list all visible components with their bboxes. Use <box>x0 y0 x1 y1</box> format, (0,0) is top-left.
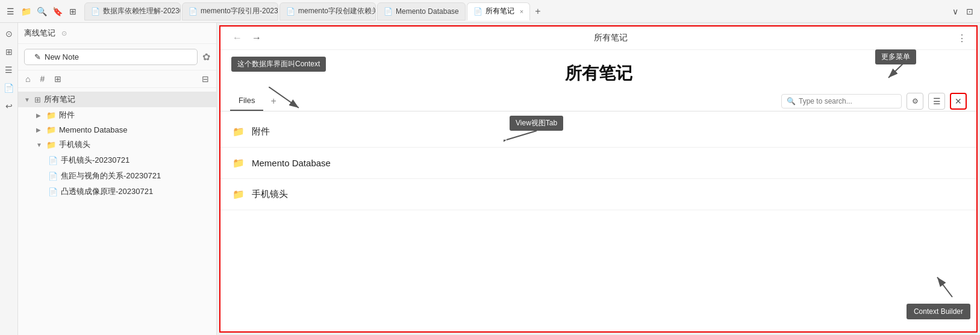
search-input[interactable] <box>799 97 896 105</box>
page-main-title: 所有笔记 <box>220 50 976 91</box>
tree-item-lens-note[interactable]: 📄 凸透镜成像原理-20230721 <box>18 184 216 199</box>
settings-icon[interactable]: ✿ <box>202 51 210 63</box>
tab-file-icon-2: 📄 <box>189 7 198 16</box>
sidebar-toggle-icon[interactable]: ☰ <box>5 6 16 17</box>
tab-5-active[interactable]: 📄 所有笔记 × <box>467 2 530 20</box>
forward-button[interactable]: → <box>249 31 264 45</box>
content-header-title: 所有笔记 <box>269 33 952 43</box>
tab-file-icon-5: 📄 <box>473 7 482 16</box>
sidebar-icon-grid[interactable]: ⊞ <box>5 47 13 57</box>
nav-right-icon[interactable]: ⊟ <box>202 74 209 84</box>
tree-icon-phone-lens: 📁 <box>46 140 56 149</box>
search-magnifier-icon: 🔍 <box>787 97 796 105</box>
sidebar: 离线笔记 ⊙ ✎ New Note ✿ ⌂ # ⊞ ⊟ ▼ ⊞ 所有笔记 <box>18 23 217 335</box>
tree-label-all-notes: 所有笔记 <box>44 94 210 105</box>
tab-bar: ☰ 📁 🔍 🔖 ⊞ 📄 数据库依赖性理解-20230626 📄 memento字… <box>0 0 980 23</box>
folder-icon-memento-db: 📁 <box>233 157 245 169</box>
more-options-button[interactable]: ⋮ <box>957 33 967 44</box>
tab-bar-left-icons: ☰ 📁 🔍 🔖 ⊞ <box>5 6 78 17</box>
offline-notes-label: 离线笔记 <box>24 28 55 39</box>
tree-item-memento-db[interactable]: ▶ 📁 Memento Database <box>18 123 216 137</box>
tab-4[interactable]: 📄 Memento Database <box>377 2 466 20</box>
new-note-button[interactable]: ✎ New Note <box>24 49 198 65</box>
tab-label-1: 数据库依赖性理解-20230626 <box>103 6 181 16</box>
annotation-view-tab-text: View视图Tab <box>516 119 557 127</box>
tab-file-icon-1: 📄 <box>91 7 100 16</box>
tab-label-5: 所有笔记 <box>485 6 514 16</box>
folder-name-memento-db: Memento Database <box>252 158 331 168</box>
tabs-right-area: 🔍 ⚙ ☰ ✕ <box>781 93 967 110</box>
tree-label-note1: 手机镜头-20230721 <box>61 155 210 166</box>
tree-icon-note3: 📄 <box>48 187 58 196</box>
tree-area: ▼ ⊞ 所有笔记 ▶ 📁 附件 ▶ 📁 Memento Database ▼ 📁… <box>18 88 216 335</box>
tab-file-icon-3: 📄 <box>286 7 295 16</box>
list-view-button[interactable]: ☰ <box>928 93 945 110</box>
annotation-more-menu-text: 更多菜单 <box>881 52 910 61</box>
file-item-phone-lens[interactable]: 📁 手机镜头 <box>220 179 976 210</box>
tree-item-phone-lens-note1[interactable]: 📄 手机镜头-20230721 <box>18 152 216 168</box>
folder-icon-attachments: 📁 <box>233 126 245 137</box>
sidebar-icon-undo[interactable]: ↩ <box>5 101 13 111</box>
folder-name-phone-lens: 手机镜头 <box>252 189 288 200</box>
file-item-attachments[interactable]: 📁 附件 <box>220 116 976 148</box>
tab-2[interactable]: 📄 memento字段引用-202306... <box>182 2 278 20</box>
search-icon[interactable]: 🔍 <box>36 6 47 17</box>
tree-item-attachments[interactable]: ▶ 📁 附件 <box>18 107 216 123</box>
tab-list-icon[interactable]: ∨ <box>950 6 961 17</box>
sidebar-icon-home[interactable]: ⊙ <box>5 29 13 39</box>
tab-3[interactable]: 📄 memento字段创建依赖关... <box>279 2 376 20</box>
folder-name-attachments: 附件 <box>252 126 270 137</box>
tab-1[interactable]: 📄 数据库依赖性理解-20230626 <box>84 2 181 20</box>
tab-file-icon-4: 📄 <box>384 7 393 16</box>
tree-expand-memento-db: ▶ <box>36 127 43 133</box>
back-button[interactable]: ← <box>230 31 245 45</box>
annotation-context-builder-text: Context Builder <box>914 307 963 316</box>
tree-expand-attachments: ▶ <box>36 112 43 119</box>
new-tab-button[interactable]: + <box>531 6 544 17</box>
main-layout: ⊙ ⊞ ☰ 📄 ↩ 离线笔记 ⊙ ✎ New Note ✿ ⌂ # ⊞ ⊟ <box>0 23 980 335</box>
tree-label-memento-db: Memento Database <box>59 125 210 134</box>
search-box[interactable]: 🔍 <box>781 94 902 108</box>
sidebar-icon-bar: ⊙ ⊞ ☰ 📄 ↩ <box>0 23 18 335</box>
tree-icon-note1: 📄 <box>48 156 58 165</box>
file-list: 📁 附件 📁 Memento Database 📁 手机镜头 <box>220 111 976 331</box>
split-view-icon[interactable]: ⊡ <box>964 6 975 17</box>
settings-circle-button[interactable]: ⚙ <box>907 93 923 110</box>
sidebar-icon-layers[interactable]: ☰ <box>5 65 13 75</box>
annotation-view-tab: View视图Tab <box>510 116 563 131</box>
sidebar-nav: ⌂ # ⊞ ⊟ <box>18 70 216 88</box>
tree-label-note2: 焦距与视角的关系-20230721 <box>61 171 210 181</box>
new-note-row: ✎ New Note ✿ <box>18 44 216 70</box>
nav-grid-icon[interactable]: ⊞ <box>54 74 61 84</box>
annotation-context-builder: Context Builder <box>907 304 970 319</box>
tree-icon-all: ⊞ <box>34 95 41 104</box>
tab-label-2: memento字段引用-202306... <box>201 6 278 16</box>
bookmark-icon[interactable]: 🔖 <box>52 6 63 17</box>
file-item-memento-db[interactable]: 📁 Memento Database <box>220 148 976 179</box>
tree-icon-memento-db: 📁 <box>46 125 56 134</box>
add-tab-button[interactable]: + <box>266 96 281 107</box>
nav-home-icon[interactable]: ⌂ <box>25 74 30 84</box>
tab-close-5[interactable]: × <box>520 8 523 15</box>
tab-bar-right-controls: ∨ ⊡ <box>950 6 975 17</box>
tree-item-phone-lens[interactable]: ▼ 📁 手机镜头 <box>18 137 216 152</box>
nav-hash-icon[interactable]: # <box>40 74 45 84</box>
new-note-label: New Note <box>45 52 79 61</box>
tree-expand-phone-lens: ▼ <box>36 142 43 148</box>
grid-icon[interactable]: ⊞ <box>67 6 78 17</box>
files-tab-label: Files <box>239 96 255 105</box>
folder-icon[interactable]: 📁 <box>20 6 31 17</box>
tree-item-focal-note[interactable]: 📄 焦距与视角的关系-20230721 <box>18 168 216 184</box>
tree-label-attachments: 附件 <box>59 110 210 121</box>
content-area: 这个数据库界面叫Context 更多菜单 View视 <box>219 25 978 333</box>
tree-icon-note2: 📄 <box>48 172 58 181</box>
tree-item-all-notes[interactable]: ▼ ⊞ 所有笔记 <box>18 92 216 107</box>
tree-icon-attachments: 📁 <box>46 111 56 120</box>
content-header: ← → 所有笔记 ⋮ <box>220 27 976 50</box>
offline-notes-icon: ⊙ <box>61 30 67 37</box>
sidebar-icon-doc[interactable]: 📄 <box>4 83 14 93</box>
tabs-row: Files + 🔍 ⚙ ☰ ✕ <box>220 91 976 111</box>
context-builder-button[interactable]: ✕ <box>950 93 967 110</box>
files-tab[interactable]: Files <box>230 91 263 111</box>
annotation-db-context: 这个数据库界面叫Context <box>231 57 326 72</box>
